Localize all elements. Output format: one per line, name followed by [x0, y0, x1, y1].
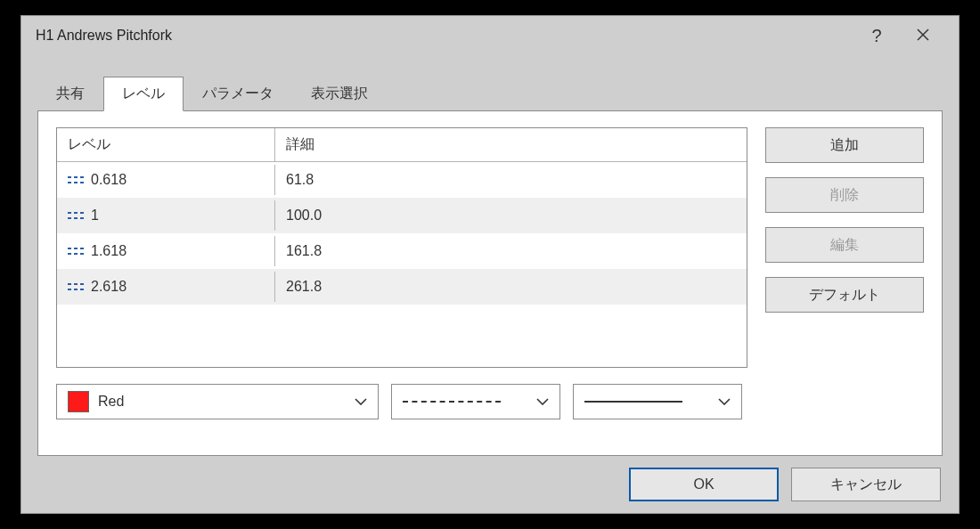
level-line-icon [68, 211, 86, 220]
chevron-down-icon [355, 398, 367, 405]
color-dropdown[interactable]: Red [56, 384, 379, 419]
edit-button[interactable]: 編集 [765, 227, 924, 263]
cell-level-value: 1.618 [91, 243, 127, 259]
level-line-icon [68, 175, 86, 184]
cell-level[interactable]: 1.618 [57, 236, 275, 266]
tab-levels[interactable]: レベル [103, 77, 184, 111]
level-line-icon [68, 247, 86, 256]
cell-level-value: 2.618 [91, 279, 127, 295]
color-value: Red [98, 394, 124, 410]
table-row[interactable]: 1.618 161.8 [57, 233, 747, 269]
chevron-down-icon [718, 398, 731, 405]
cell-level-value: 0.618 [91, 172, 127, 188]
table-row[interactable]: 0.618 61.8 [57, 162, 747, 198]
cell-level[interactable]: 2.618 [57, 272, 275, 302]
cell-detail[interactable]: 261.8 [275, 272, 747, 302]
cell-detail[interactable]: 161.8 [275, 236, 747, 266]
line-width-dropdown[interactable] [573, 384, 742, 419]
help-icon: ? [871, 26, 881, 46]
cell-detail[interactable]: 61.8 [275, 165, 747, 195]
tabstrip: 共有 レベル パラメータ 表示選択 [21, 55, 959, 110]
cell-detail[interactable]: 100.0 [275, 200, 747, 231]
help-button[interactable]: ? [855, 22, 898, 49]
titlebar: H1 Andrews Pitchfork ? [21, 16, 959, 55]
tab-visualization[interactable]: 表示選択 [292, 77, 387, 110]
color-swatch [68, 391, 89, 412]
add-button[interactable]: 追加 [765, 127, 924, 163]
table-row[interactable]: 2.618 261.8 [57, 269, 747, 305]
levels-grid[interactable]: レベル 詳細 0.618 61.8 [56, 127, 747, 368]
cell-level[interactable]: 0.618 [57, 165, 275, 195]
window-title: H1 Andrews Pitchfork [36, 28, 852, 44]
cell-level-value: 1 [91, 208, 99, 224]
dialog-window: H1 Andrews Pitchfork ? 共有 レベル パラメータ 表示選択… [20, 15, 960, 514]
cancel-button[interactable]: キャンセル [791, 468, 941, 501]
style-selectors: Red [56, 384, 747, 419]
line-style-dropdown[interactable] [391, 384, 560, 419]
tab-share[interactable]: 共有 [37, 77, 103, 110]
header-detail[interactable]: 詳細 [275, 128, 747, 161]
dialog-footer: OK キャンセル [21, 456, 959, 513]
default-button[interactable]: デフォルト [765, 277, 924, 313]
grid-header: レベル 詳細 [57, 128, 747, 162]
header-level[interactable]: レベル [57, 128, 275, 161]
close-button[interactable] [902, 22, 944, 49]
cell-level[interactable]: 1 [57, 200, 275, 231]
delete-button[interactable]: 削除 [765, 177, 924, 213]
right-column: 追加 削除 編集 デフォルト [765, 127, 924, 435]
grid-body: 0.618 61.8 1 100.0 [57, 162, 747, 367]
solid-line-icon [584, 401, 682, 403]
tab-parameters[interactable]: パラメータ [184, 77, 292, 110]
tab-content: レベル 詳細 0.618 61.8 [37, 110, 943, 456]
ok-button[interactable]: OK [629, 468, 779, 501]
level-line-icon [68, 282, 86, 291]
table-row[interactable]: 1 100.0 [57, 198, 747, 233]
close-icon [916, 26, 930, 46]
dashed-line-icon [403, 401, 501, 403]
chevron-down-icon [536, 398, 549, 405]
left-column: レベル 詳細 0.618 61.8 [56, 127, 747, 435]
